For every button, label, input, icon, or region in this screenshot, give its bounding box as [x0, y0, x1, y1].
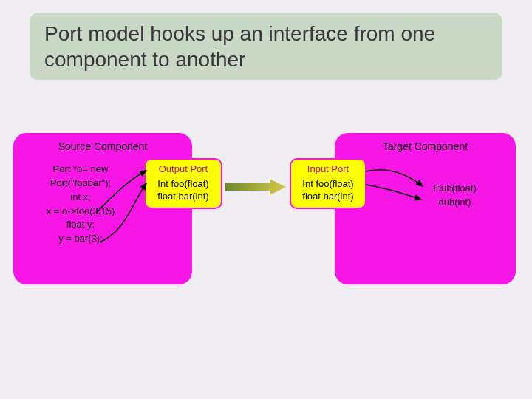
title-banner: Port model hooks up an interface from on… — [30, 13, 502, 80]
connector-arrow-icon — [225, 179, 286, 195]
source-title: Source Component — [22, 140, 183, 152]
output-port-sig1: Int foo(float) — [150, 177, 216, 191]
page-title: Port model hooks up an interface from on… — [44, 21, 488, 72]
output-port-box: Output Port Int foo(float) float bar(int… — [144, 158, 222, 209]
input-port-sig2: float bar(int) — [296, 190, 361, 203]
output-port-label: Output Port — [150, 163, 216, 176]
input-port-box: Input Port Int foo(float) float bar(int) — [290, 158, 366, 209]
target-code: Flub(float) dub(int) — [403, 182, 507, 210]
input-port-sig1: Int foo(float) — [296, 177, 361, 191]
target-title: Target Component — [344, 140, 507, 152]
diagram-area: Source Component Port *o= new Port("foob… — [0, 133, 532, 310]
svg-marker-0 — [225, 179, 286, 195]
input-port-label: Input Port — [296, 163, 361, 176]
target-component: Target Component Flub(float) dub(int) — [335, 133, 516, 284]
output-port-sig2: float bar(int) — [150, 190, 216, 203]
